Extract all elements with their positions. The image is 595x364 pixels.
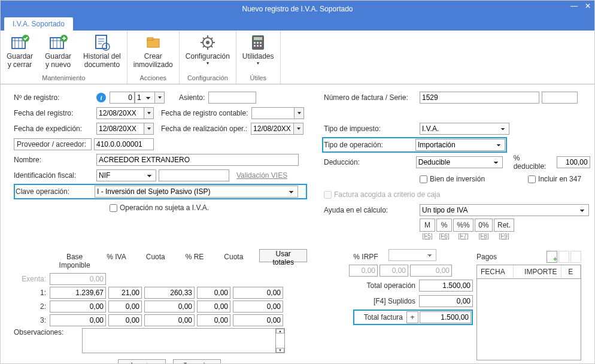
fecha-registro-label: Fecha del registro: [14,109,96,117]
svg-rect-7 [147,38,153,40]
aceptar-button[interactable]: Aceptar [118,359,166,364]
re3[interactable] [197,314,230,326]
deduccion-select[interactable]: Deducible [416,156,503,168]
calc-pctpct-button[interactable]: %% [453,219,473,232]
c1[interactable] [144,287,195,299]
n-registro-input[interactable] [110,92,135,104]
svg-rect-12 [254,42,256,44]
fecha-real-input[interactable] [251,123,294,135]
num-factura-label: Número de factura / Serie: [324,93,420,102]
re2[interactable] [197,301,230,313]
total-fact-input[interactable] [420,311,471,323]
asiento-input[interactable] [208,92,256,104]
ayuda-select[interactable]: Un tipo de IVA [420,204,589,216]
calc-0pct-button[interactable]: 0% [475,219,493,232]
fecha-exp-label: Fecha de expedición: [14,125,96,133]
i2[interactable] [108,301,142,313]
ident-input[interactable] [159,169,229,181]
row1-label: 1: [14,289,50,297]
configuracion-button[interactable]: Configuración ▾ [180,31,236,73]
c2[interactable] [144,301,195,313]
obs-label: Observaciones: [14,328,82,336]
fecha-reg-cont-label: Fecha de registro contable: [161,109,248,117]
pct-deducible-input[interactable] [557,156,590,168]
doc-edit-icon[interactable] [558,251,569,263]
suplidos-input[interactable] [419,295,473,307]
b3[interactable] [50,314,106,326]
pagos-label: Pagos [476,253,497,261]
cc1[interactable] [233,287,283,299]
col-fecha: FECHA [477,265,513,279]
irpf-select [388,249,436,261]
no-sujeta-checkbox[interactable]: Operación no sujeta a I.V.A. [110,204,209,212]
svg-rect-16 [257,45,259,47]
fecha-registro-input[interactable] [96,107,144,119]
calc-m-button[interactable]: M [420,219,435,232]
b1[interactable] [50,287,106,299]
doc-new-icon[interactable]: + [547,251,557,263]
nombre-label: Nombre: [14,156,96,164]
svg-point-9 [206,41,210,44]
col-importe: IMPORTE [513,265,561,279]
fecha-reg-cont-input[interactable] [251,107,295,119]
asiento-label: Asiento: [179,93,205,102]
total-op-input[interactable] [419,280,473,292]
ident-label: Identificación fiscal: [14,171,96,180]
tipo-op-select[interactable]: Importación [415,139,505,151]
fecha-reg-cont-picker[interactable] [295,107,304,119]
svg-rect-13 [257,42,259,44]
criterio-caja-checkbox: Factura acogida a criterio de caja [324,190,440,199]
calc-ret-button[interactable]: Ret. [494,219,514,232]
crear-inmovilizado-button[interactable]: Crear inmovilizado [128,31,179,73]
serie-input[interactable] [542,92,578,104]
row3-label: 3: [14,316,50,324]
num-factura-input[interactable] [420,92,539,104]
guardar-nuevo-button[interactable]: Guardar y nuevo [39,31,77,73]
fecha-exp-picker[interactable] [144,123,154,135]
col-irpf: % IRPF [349,249,382,265]
calc-pct-button[interactable]: % [436,219,452,232]
nombre-input[interactable] [96,154,299,166]
i1[interactable] [108,287,142,299]
proveedor-label[interactable]: Proveedor / acreedor: [14,138,92,150]
total-op-label: Total operación [353,281,419,290]
fecha-registro-picker[interactable] [144,107,154,119]
svg-rect-14 [260,42,262,44]
fecha-exp-input[interactable] [96,123,144,135]
bien-inversion-checkbox[interactable]: Bien de inversión [420,175,485,183]
total-plus-button[interactable]: + [406,311,418,323]
info-icon[interactable]: i [96,93,106,102]
b2[interactable] [50,301,106,313]
historial-button[interactable]: Historial del documento [77,31,127,73]
cc2[interactable] [233,301,283,313]
n-registro-dropdown[interactable] [155,92,165,104]
close-icon[interactable]: ✕ [585,2,591,10]
utilidades-button[interactable]: Utilidades ▾ [236,31,280,73]
pagos-table[interactable]: FECHA IMPORTE E [476,265,581,360]
tipo-imp-select[interactable]: I.V.A. [420,123,509,135]
incluir-347-checkbox[interactable]: Incluir en 347 [528,175,581,183]
obs-up[interactable]: ▲ [276,329,284,333]
tab-iva-soportado[interactable]: I.V.A. Soportado [4,17,73,31]
cc3[interactable] [233,314,283,326]
n-registro-serie-select[interactable]: 1 [135,92,155,104]
usar-totales-button[interactable]: Usar totales [259,249,307,262]
i3[interactable] [108,314,142,326]
c3[interactable] [144,314,195,326]
obs-textarea[interactable] [82,328,276,353]
cancelar-button[interactable]: Cancelar [173,359,221,364]
pct-deducible-label: % deducible: [514,154,553,171]
ident-type-select[interactable]: NIF [96,169,156,181]
vies-link[interactable]: Validación VIES [236,171,287,180]
ayuda-label: Ayuda en el cálculo: [324,206,420,214]
re1[interactable] [197,287,230,299]
proveedor-input[interactable] [94,138,154,150]
doc-del-icon[interactable] [570,251,581,263]
exenta-input [50,273,106,285]
svg-rect-4 [96,35,107,48]
minimize-icon[interactable]: — [570,2,578,10]
guardar-cerrar-button[interactable]: Guardar y cerrar [1,31,39,73]
fecha-real-picker[interactable] [294,123,303,135]
clave-select[interactable]: I - Inversión del Sujeto Pasivo (ISP) [95,186,298,198]
obs-down[interactable]: ▼ [276,348,284,353]
